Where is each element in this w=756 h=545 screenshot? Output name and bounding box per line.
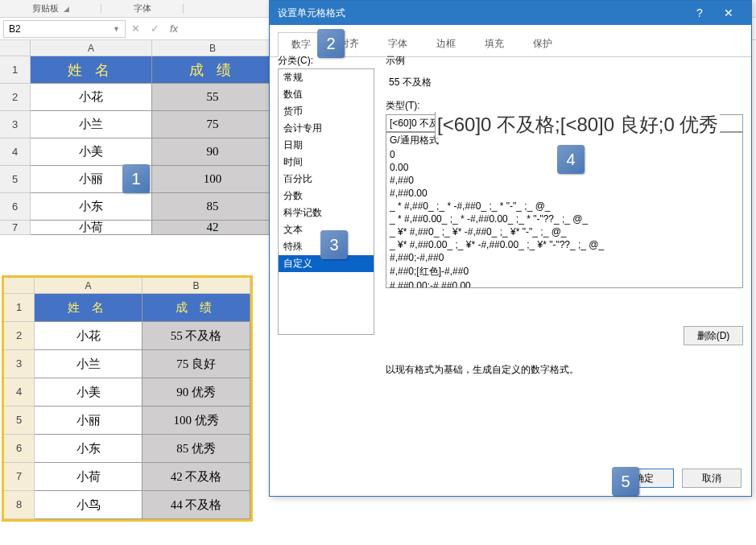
row-header[interactable]: 1 <box>4 294 35 322</box>
format-item[interactable]: #,##0.00 <box>386 187 742 200</box>
delete-button[interactable]: 删除(D) <box>684 326 743 345</box>
cell[interactable]: 100 <box>152 166 274 193</box>
cell[interactable]: 90 <box>152 138 274 166</box>
col-header-b[interactable]: B <box>143 278 250 294</box>
ribbon-font-label: 字体 <box>134 3 151 13</box>
row-header[interactable]: 2 <box>0 84 31 111</box>
row-header[interactable]: 3 <box>0 111 31 138</box>
worksheet-after: A B 1姓 名成 绩 2小花55 不及格 3小兰75 良好 4小美90 优秀 … <box>2 275 253 522</box>
example-value: 55 不及格 <box>386 72 743 96</box>
header-cell-name[interactable]: 姓 名 <box>31 56 152 84</box>
step-5-badge: 5 <box>612 467 639 496</box>
format-item[interactable]: #,##0;[红色]-#,##0 <box>386 264 742 279</box>
cell[interactable]: 小荷 <box>31 221 152 235</box>
fx-icon[interactable]: fx <box>164 23 184 35</box>
ribbon-group-font: 字体 <box>101 2 184 14</box>
row-header[interactable]: 7 <box>4 463 35 491</box>
format-item[interactable]: #,##0;-#,##0 <box>386 251 742 264</box>
format-item[interactable]: _ * #,##0_ ;_ * -#,##0_ ;_ * "-"_ ;_ @_ <box>386 200 742 213</box>
cell[interactable]: 小美 <box>31 138 152 166</box>
cancel-button[interactable]: 取消 <box>682 469 742 488</box>
tab-font[interactable]: 字体 <box>374 31 421 56</box>
format-item[interactable]: _ * #,##0.00_ ;_ * -#,##0.00_ ;_ * "-"??… <box>386 213 742 225</box>
header-cell-name[interactable]: 姓 名 <box>35 294 143 322</box>
format-item[interactable]: _ ¥* #,##0_ ;_ ¥* -#,##0_ ;_ ¥* "-"_ ;_ … <box>386 225 742 238</box>
cell[interactable]: 100 优秀 <box>143 407 250 435</box>
cell[interactable]: 小鸟 <box>35 491 143 519</box>
format-item[interactable]: #,##0.00;-#,##0.00 <box>386 279 742 288</box>
chevron-down-icon[interactable]: ▼ <box>113 25 120 33</box>
cell[interactable]: 75 良好 <box>143 350 250 378</box>
row-header[interactable]: 5 <box>4 407 35 435</box>
cell[interactable]: 42 不及格 <box>143 463 250 491</box>
step-3-badge: 3 <box>320 230 348 259</box>
header-cell-score[interactable]: 成 绩 <box>143 294 250 322</box>
step-1-badge: 1 <box>122 164 150 193</box>
tab-border[interactable]: 边框 <box>423 31 469 56</box>
step-2-badge: 2 <box>317 29 345 58</box>
cat-percent[interactable]: 百分比 <box>279 171 374 188</box>
dialog-launcher-icon[interactable]: ◢ <box>64 5 69 13</box>
col-header-a[interactable]: A <box>35 278 143 294</box>
step-4-badge: 4 <box>557 145 585 174</box>
cat-time[interactable]: 时间 <box>279 154 374 171</box>
row-header[interactable]: 4 <box>4 378 35 407</box>
cancel-formula-icon[interactable]: ✕ <box>126 23 145 35</box>
cell[interactable]: 44 不及格 <box>143 491 250 519</box>
type-label: 类型(T): <box>386 99 743 113</box>
cell[interactable]: 小花 <box>35 322 143 350</box>
select-all[interactable] <box>4 278 35 294</box>
header-cell-score[interactable]: 成 绩 <box>152 56 274 84</box>
name-box[interactable]: B2▼ <box>3 20 126 38</box>
cell[interactable]: 小兰 <box>31 111 152 138</box>
accept-formula-icon[interactable]: ✓ <box>145 23 164 35</box>
help-icon[interactable]: ? <box>685 6 714 19</box>
cell[interactable]: 小兰 <box>35 350 143 378</box>
ribbon-clipboard-label: 剪贴板 <box>32 3 59 13</box>
row-header[interactable]: 6 <box>4 435 35 463</box>
cell[interactable]: 小荷 <box>35 463 143 491</box>
cell[interactable]: 小东 <box>35 435 143 463</box>
cat-date[interactable]: 日期 <box>279 137 374 154</box>
cat-scientific[interactable]: 科学记数 <box>279 204 374 221</box>
cat-fraction[interactable]: 分数 <box>279 188 374 204</box>
hint-text: 以现有格式为基础，生成自定义的数字格式。 <box>386 363 579 377</box>
row-header[interactable]: 2 <box>4 322 35 350</box>
cat-accounting[interactable]: 会计专用 <box>279 120 374 137</box>
cell[interactable]: 55 不及格 <box>143 322 250 350</box>
cat-number[interactable]: 数值 <box>279 86 374 103</box>
cell[interactable]: 小东 <box>31 193 152 221</box>
col-header-b[interactable]: B <box>152 40 274 56</box>
row-header[interactable]: 4 <box>0 138 31 166</box>
tab-protect[interactable]: 保护 <box>519 31 566 56</box>
cell[interactable]: 85 <box>152 193 274 221</box>
row-header[interactable]: 6 <box>0 193 31 221</box>
category-list[interactable]: 常规 数值 货币 会计专用 日期 时间 百分比 分数 科学记数 文本 特殊 自定… <box>278 68 374 335</box>
row-header[interactable]: 7 <box>0 221 31 235</box>
cell[interactable]: 90 优秀 <box>143 378 250 407</box>
name-box-value: B2 <box>9 23 21 35</box>
cell[interactable]: 85 优秀 <box>143 435 250 463</box>
dialog-title: 设置单元格格式 <box>278 6 345 20</box>
cell[interactable]: 小花 <box>31 84 152 111</box>
cat-general[interactable]: 常规 <box>279 69 374 86</box>
cell[interactable]: 小丽 <box>35 407 143 435</box>
cat-currency[interactable]: 货币 <box>279 103 374 120</box>
row-header[interactable]: 8 <box>4 491 35 519</box>
format-item[interactable]: #,##0 <box>386 174 742 187</box>
tab-fill[interactable]: 填充 <box>471 31 518 56</box>
worksheet-before: A B 1 姓 名 成 绩 2小花55 3小兰75 4小美90 5小丽100 6… <box>0 40 274 235</box>
row-header[interactable]: 1 <box>0 56 31 84</box>
dialog-titlebar[interactable]: 设置单元格格式 ? ✕ <box>270 1 751 25</box>
col-header-a[interactable]: A <box>31 40 152 56</box>
row-header[interactable]: 5 <box>0 166 31 193</box>
cell[interactable]: 55 <box>152 84 274 111</box>
cell[interactable]: 小美 <box>35 378 143 407</box>
close-icon[interactable]: ✕ <box>714 6 743 19</box>
select-all[interactable] <box>0 40 31 56</box>
format-callout: [<60]0 不及格;[<80]0 良好;0 优秀 <box>435 112 720 138</box>
row-header[interactable]: 3 <box>4 350 35 378</box>
cell[interactable]: 42 <box>152 221 274 235</box>
cell[interactable]: 75 <box>152 111 274 138</box>
format-item[interactable]: _ ¥* #,##0.00_ ;_ ¥* -#,##0.00_ ;_ ¥* "-… <box>386 238 742 251</box>
